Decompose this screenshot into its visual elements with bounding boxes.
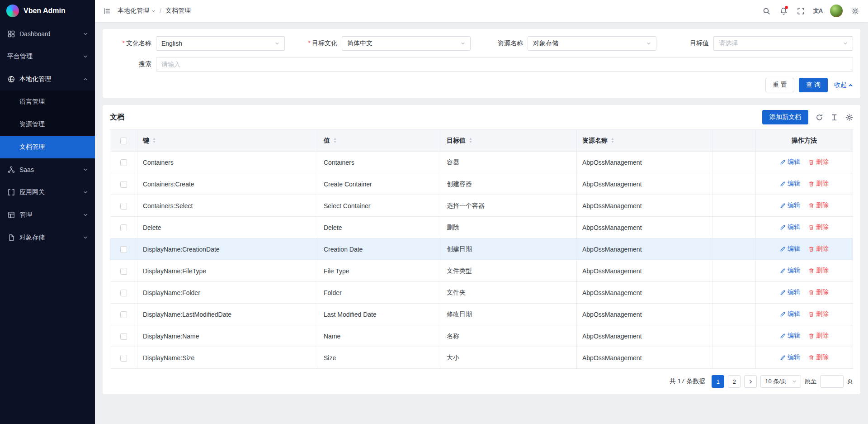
pencil-icon	[780, 181, 786, 187]
cell-empty	[712, 260, 756, 282]
sidebar-subitem-document[interactable]: 文档管理	[0, 136, 95, 158]
chevron-down-icon	[646, 41, 651, 46]
edit-button[interactable]: 编辑	[780, 201, 800, 210]
column-header-key[interactable]: 键▲▼	[137, 130, 318, 152]
add-document-button[interactable]: 添加新文档	[762, 110, 808, 124]
edit-button[interactable]: 编辑	[780, 310, 800, 318]
cell-value: Create Container	[318, 173, 441, 195]
delete-button[interactable]: 删除	[808, 245, 829, 253]
table-row[interactable]: Containers Containers 容器 AbpOssManagemen…	[110, 152, 853, 173]
delete-button[interactable]: 删除	[808, 310, 829, 318]
page-button-1[interactable]: 1	[712, 375, 724, 388]
delete-button[interactable]: 删除	[808, 332, 829, 340]
column-header-target[interactable]: 目标值▲▼	[441, 130, 577, 152]
refresh-icon[interactable]	[816, 114, 823, 121]
app-root: Vben Admin Dashboard 平台管理 本地化管理	[0, 0, 868, 424]
sort-icons[interactable]: ▲▼	[469, 138, 472, 144]
row-checkbox[interactable]	[120, 181, 127, 188]
query-button[interactable]: 查 询	[799, 78, 828, 92]
sidebar-item-gateway[interactable]: 应用网关	[0, 181, 95, 204]
edit-button[interactable]: 编辑	[780, 180, 800, 188]
table-row[interactable]: Delete Delete 删除 AbpOssManagement 编辑删除	[110, 217, 853, 238]
delete-button[interactable]: 删除	[808, 223, 829, 231]
table-row[interactable]: DisplayName:LastModifiedDate Last Modifi…	[110, 304, 853, 325]
sidebar-collapse-button[interactable]	[98, 0, 116, 22]
row-checkbox[interactable]	[120, 268, 127, 275]
page-button-2[interactable]: 2	[728, 375, 741, 388]
delete-button[interactable]: 删除	[808, 180, 829, 188]
jump-page-input[interactable]	[820, 375, 844, 388]
delete-button[interactable]: 删除	[808, 353, 829, 362]
target-value-select[interactable]: 请选择	[713, 36, 853, 51]
bell-icon[interactable]	[775, 0, 792, 22]
resource-select[interactable]: 对象存储	[528, 36, 656, 51]
fullscreen-icon[interactable]	[792, 0, 809, 22]
target-culture-select[interactable]: 简体中文	[342, 36, 471, 51]
sort-icons[interactable]: ▲▼	[611, 138, 614, 144]
sidebar-item-storage[interactable]: 对象存储	[0, 226, 95, 249]
row-checkbox[interactable]	[120, 290, 127, 296]
avatar[interactable]	[830, 5, 843, 17]
delete-button[interactable]: 删除	[808, 158, 829, 166]
logo[interactable]: Vben Admin	[0, 0, 95, 22]
delete-button[interactable]: 删除	[808, 288, 829, 296]
chevron-down-icon	[461, 41, 465, 46]
translate-icon[interactable]: 文A	[809, 0, 826, 22]
collapse-filter-link[interactable]: 收起	[834, 81, 853, 89]
sidebar-item-saas[interactable]: Saas	[0, 158, 95, 181]
settings-gear-icon[interactable]	[846, 0, 863, 22]
row-checkbox[interactable]	[120, 355, 127, 362]
column-settings-gear-icon[interactable]	[845, 114, 853, 121]
search-input[interactable]	[156, 57, 853, 71]
edit-button[interactable]: 编辑	[780, 245, 800, 253]
edit-button[interactable]: 编辑	[780, 353, 800, 362]
sidebar-item-management[interactable]: 管理	[0, 204, 95, 226]
page-size-select[interactable]: 10 条/页	[760, 375, 801, 388]
row-checkbox[interactable]	[120, 159, 127, 166]
cell-target: 容器	[441, 152, 577, 173]
table-row[interactable]: Containers:Select Select Container 选择一个容…	[110, 195, 853, 217]
breadcrumb-parent[interactable]: 本地化管理	[118, 7, 156, 15]
table-row[interactable]: DisplayName:Name Name 名称 AbpOssManagemen…	[110, 325, 853, 347]
sort-icons[interactable]: ▲▼	[152, 138, 156, 144]
target-value-select-placeholder: 请选择	[719, 39, 840, 48]
sidebar-item-dashboard[interactable]: Dashboard	[0, 23, 95, 45]
table-row[interactable]: DisplayName:Folder Folder 文件夹 AbpOssMana…	[110, 282, 853, 304]
sidebar-subitem-language[interactable]: 语言管理	[0, 91, 95, 113]
cell-empty	[712, 217, 756, 238]
chevron-down-icon	[83, 190, 88, 195]
required-mark: *	[308, 39, 311, 47]
documents-table: 键▲▼ 值▲▼ 目标值▲▼ 资源名称▲▼ 操作方法 Containers Con…	[110, 129, 853, 369]
search-icon[interactable]	[758, 0, 775, 22]
table-row[interactable]: Containers:Create Create Container 创建容器 …	[110, 173, 853, 195]
edit-button[interactable]: 编辑	[780, 223, 800, 231]
cell-value: Creation Date	[318, 238, 441, 260]
sort-icons[interactable]: ▲▼	[333, 138, 337, 144]
next-page-button[interactable]	[744, 375, 757, 388]
edit-button[interactable]: 编辑	[780, 332, 800, 340]
edit-button[interactable]: 编辑	[780, 288, 800, 296]
cell-value: Last Modified Date	[318, 304, 441, 325]
sidebar-subitem-resource[interactable]: 资源管理	[0, 113, 95, 136]
cell-key: Containers	[137, 152, 318, 173]
sidebar-item-platform[interactable]: 平台管理	[0, 45, 95, 68]
row-height-icon[interactable]	[830, 114, 838, 121]
table-row-highlighted[interactable]: DisplayName:CreationDate Creation Date 创…	[110, 238, 853, 260]
culture-select[interactable]: English	[156, 36, 285, 51]
row-checkbox[interactable]	[120, 246, 127, 253]
column-header-resource[interactable]: 资源名称▲▼	[577, 130, 712, 152]
row-checkbox[interactable]	[120, 203, 127, 210]
edit-button[interactable]: 编辑	[780, 158, 800, 166]
row-checkbox[interactable]	[120, 311, 127, 318]
delete-button[interactable]: 删除	[808, 267, 829, 275]
sidebar-item-localization[interactable]: 本地化管理	[0, 68, 95, 91]
column-header-value[interactable]: 值▲▼	[318, 130, 441, 152]
row-checkbox[interactable]	[120, 333, 127, 340]
table-row[interactable]: DisplayName:FileType File Type 文件类型 AbpO…	[110, 260, 853, 282]
reset-button[interactable]: 重 置	[765, 78, 794, 92]
row-checkbox[interactable]	[120, 224, 127, 231]
edit-button[interactable]: 编辑	[780, 267, 800, 275]
table-row[interactable]: DisplayName:Size Size 大小 AbpOssManagemen…	[110, 347, 853, 369]
delete-button[interactable]: 删除	[808, 201, 829, 210]
select-all-checkbox[interactable]	[120, 138, 127, 144]
